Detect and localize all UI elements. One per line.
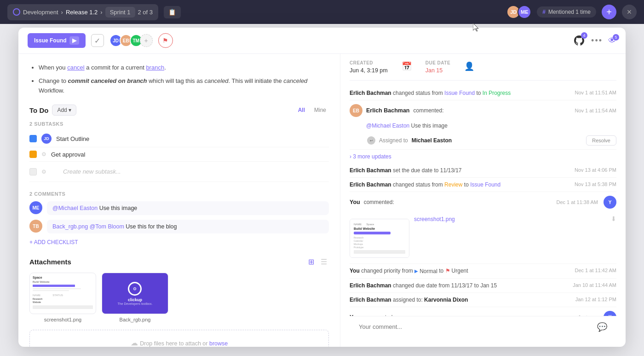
attach-view-buttons: ⊞ ☰ <box>306 257 329 267</box>
attachment-1[interactable]: Space Build Website NAME STATUS <box>29 273 96 322</box>
comment-avatar-2: TB <box>29 220 42 233</box>
drop-text: Drop files here to attach or <box>140 340 209 347</box>
assigned-name: Karvonnia Dixon <box>424 297 468 303</box>
comment-row-2: TB Back_rgb.png @Tom Bloom Use this for … <box>29 220 329 233</box>
to-status-4: Issue Found <box>470 181 500 188</box>
bullet2-italic: canceled <box>205 77 229 84</box>
comment-content-1: @Michael Easton Use this image <box>366 123 616 129</box>
issue-found-button[interactable]: Issue Found ▶ <box>28 33 86 48</box>
modal: Issue Found ▶ ✓ JD EB TM + ⚑ ••• 👁 5 <box>18 28 626 347</box>
subtask-checkbox-2[interactable] <box>29 151 37 158</box>
bullet2-final: Workflow. <box>39 87 64 94</box>
action-8: assigned to: <box>393 297 424 303</box>
from-status-4: Review <box>444 181 462 188</box>
comment-input-area: 💬 <box>350 316 616 338</box>
mention-badge[interactable]: # Mentioned 1 time <box>537 6 596 18</box>
breadcrumb-sep2: › <box>100 9 102 16</box>
sprint-label[interactable]: Sprint 1 <box>105 7 135 18</box>
subtask-text-1: Start Outline <box>56 135 89 142</box>
actor-3: Erlich Bachman <box>350 167 391 174</box>
new-subtask-placeholder[interactable]: Create new subtask... <box>51 165 121 178</box>
activity-main-3: Erlich Bachman set the due date to 11/13… <box>350 167 571 174</box>
resolve-button[interactable]: Resolve <box>586 135 616 146</box>
activity-item-5: You commented: Dec 1 at 11:38 AM Y NAME … <box>350 192 616 264</box>
comments-section: 2 COMMENTS ME @Michael Easton Use this i… <box>29 191 329 233</box>
bullet1-pre: When you <box>39 64 67 71</box>
breadcrumb[interactable]: Development › Release 1.2 › Sprint 1 2 o… <box>7 4 158 20</box>
bullet2-end: . This will initiate the <box>229 77 284 84</box>
action-7: changed due date from 11/13/17 to Jan 15 <box>393 282 497 289</box>
comment-mention-feed-1[interactable]: @Michael Easton <box>366 123 409 129</box>
activity-item-1: Erlich Bachman changed status from Issue… <box>350 86 616 100</box>
screenshot-link[interactable]: screenshot1.png <box>414 216 606 222</box>
comment-mention-1[interactable]: @Michael Easton <box>52 205 98 211</box>
filter-all-button[interactable]: All <box>295 106 308 114</box>
comment-text-1: Use this image <box>99 205 138 211</box>
screenshot-preview[interactable]: NAME Space Build Website Research Calend… <box>350 219 409 258</box>
meta-row: CREATED Jun 4, 3:19 pm 📅 DUE DATE Jan 15… <box>350 54 616 81</box>
action-1: changed status from <box>393 90 444 96</box>
bullet1-end: . <box>164 64 166 71</box>
navbar: Development › Release 1.2 › Sprint 1 2 o… <box>0 0 644 24</box>
check-button[interactable]: ✓ <box>91 34 104 47</box>
to-text-6: to <box>439 268 445 274</box>
download-icon[interactable]: ⬇ <box>611 215 616 222</box>
more-updates-toggle[interactable]: › 3 more updates <box>350 150 616 163</box>
activity-item-2: EB Erlich Bachman commented: Nov 1 at 11… <box>350 100 616 150</box>
to-status-1: In Progress <box>483 90 511 96</box>
bullet2-pre: Change to <box>39 77 68 84</box>
activity-item-7: Erlich Bachman changed due date from 11/… <box>350 279 616 293</box>
watch-button[interactable]: 👁 5 <box>608 36 616 46</box>
attachments-header: Attachments ⊞ ☰ <box>29 257 329 267</box>
subtasks-label: 2 SUBTASKS <box>29 121 329 127</box>
dev-label: Development <box>23 9 58 16</box>
attachments-grid: Space Build Website NAME STATUS <box>29 273 329 322</box>
time-8: Jan 12 at 1:12 PM <box>575 297 616 302</box>
time-1: Nov 1 at 11:51 AM <box>575 90 617 95</box>
attachment-name-1: screenshot1.png <box>29 317 96 322</box>
meta-due-value: Jan 15 <box>426 67 450 74</box>
more-options-button[interactable]: ••• <box>591 36 603 46</box>
filter-mine-button[interactable]: Mine <box>311 106 329 114</box>
subtask-checkbox-new <box>29 168 37 175</box>
nav-avatar-2: ME <box>518 5 531 19</box>
subtask-checkbox-1[interactable] <box>29 135 37 142</box>
comment-mention-2[interactable]: @Tom Bloom <box>90 223 124 230</box>
issue-found-label: Issue Found <box>34 37 67 44</box>
you-avatar-1: Y <box>604 196 616 209</box>
branch-link[interactable]: branch <box>146 64 164 71</box>
activity-item-4: Erlich Bachman changed status from Revie… <box>350 178 616 192</box>
time-3: Nov 13 at 4:06 PM <box>575 167 616 173</box>
subtask-row-new[interactable]: ⚙ Create new subtask... <box>29 162 329 182</box>
send-button[interactable]: 💬 <box>597 322 607 332</box>
todo-add-button[interactable]: Add ▾ <box>52 105 76 116</box>
header-right-actions: ••• 👁 5 <box>573 34 616 47</box>
comment-action-1: commented: <box>413 107 443 114</box>
page-indicator: 2 of 3 <box>138 9 153 16</box>
clipboard-button[interactable]: 📋 <box>164 6 181 18</box>
attachment-2[interactable]: ⊙ clickup The Developers toolbox. Back_r… <box>102 273 168 322</box>
add-member-button[interactable]: + <box>140 34 153 47</box>
attach-list-view[interactable]: ☰ <box>319 257 329 267</box>
comment-link-2[interactable]: Back_rgb.png <box>52 223 88 230</box>
github-button[interactable] <box>573 34 586 47</box>
browse-link[interactable]: browse <box>209 340 228 347</box>
flag-button[interactable]: ⚑ <box>158 33 173 48</box>
action-3: set the due date to 11/13/17 <box>393 167 461 174</box>
nav-add-button[interactable]: + <box>602 5 616 19</box>
subtask-row-1: JD Start Outline <box>29 130 329 147</box>
nav-close-button[interactable]: × <box>622 5 637 19</box>
activity-main-8: Erlich Bachman assigned to: Karvonnia Di… <box>350 297 572 303</box>
screenshot-preview-block: NAME Space Build Website Research Calend… <box>350 215 616 260</box>
meta-assign-icon[interactable]: 👤 <box>464 61 474 71</box>
todo-filters: All Mine <box>295 106 329 114</box>
drop-zone[interactable]: ☁ Drop files here to attach or browse <box>29 330 329 347</box>
comment-input-field[interactable] <box>359 324 592 331</box>
cancel-link[interactable]: cancel <box>67 64 85 71</box>
activity-main-7: Erlich Bachman changed due date from 11/… <box>350 282 569 289</box>
comment-text-2: Use this for the blog <box>126 223 177 230</box>
attach-grid-view[interactable]: ⊞ <box>306 257 316 267</box>
add-checklist-button[interactable]: + ADD CHECKLIST <box>29 239 329 245</box>
meta-date-icon[interactable]: 📅 <box>402 61 412 71</box>
comment-avatar-1: ME <box>29 201 42 214</box>
